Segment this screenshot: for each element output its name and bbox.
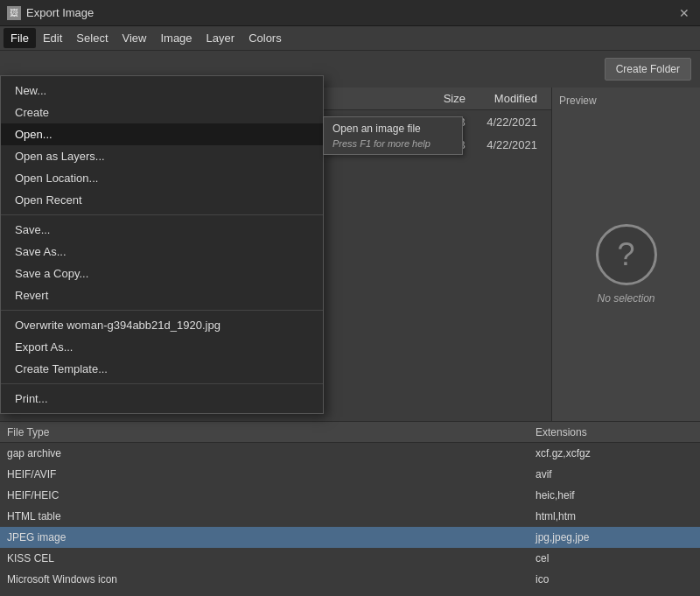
menu-section-4: Print... (1, 384, 323, 413)
no-selection-label: No selection (597, 292, 654, 305)
filetype-row[interactable]: HEIF/HEIC heic,heif (0, 485, 700, 506)
menu-save[interactable]: Save... (1, 219, 323, 241)
filetype-table: File Type Extensions gap archive xcf.gz,… (0, 421, 700, 596)
preview-area: ? No selection (559, 114, 693, 414)
menu-overwrite[interactable]: Overwrite woman-g394abb21d_1920.jpg (1, 314, 323, 336)
menu-item-select[interactable]: Select (69, 28, 115, 48)
ft-ext-cell: html,htm (536, 510, 693, 522)
ft-ext-cell: jpg,jpeg,jpe (536, 531, 693, 543)
col-size-header: Size (404, 92, 466, 105)
menu-item-view[interactable]: View (116, 28, 154, 48)
preview-panel: Preview ? No selection (551, 88, 700, 421)
close-button[interactable]: ✕ (676, 4, 693, 22)
title-bar-left: 🖼 Export Image (7, 6, 94, 20)
ft-ext-cell: xcf.gz,xcfgz (536, 447, 693, 459)
menu-open-label: Open... (15, 128, 52, 141)
filetype-row[interactable]: HEIF/AVIF avif (0, 464, 700, 485)
filetype-header: File Type Extensions (0, 422, 700, 443)
create-folder-button[interactable]: Create Folder (605, 58, 691, 81)
menu-item-colors[interactable]: Colors (242, 28, 289, 48)
ft-ext-cell: cel (536, 552, 693, 564)
menu-open-recent[interactable]: Open Recent (1, 189, 323, 211)
ft-col-type-header: File Type (7, 426, 536, 438)
file-modified-cell: 4/22/2021 (466, 138, 544, 151)
ft-col-ext-header: Extensions (536, 426, 693, 438)
filetype-row[interactable]: JPEG image jpg,jpeg,jpe (0, 527, 700, 548)
menu-export-as[interactable]: Export As... (1, 336, 323, 358)
main-content: Create Folder ↑ Size Modified 2.2 MB 4/2… (0, 51, 700, 596)
menu-open[interactable]: Open... Open an image file Press F1 for … (1, 123, 323, 145)
ft-type-cell: Microsoft Windows icon (7, 573, 536, 585)
title-bar: 🖼 Export Image ✕ (0, 0, 700, 26)
ft-type-cell: JPEG image (7, 531, 536, 543)
ft-type-cell: gap archive (7, 447, 536, 459)
window-title: Export Image (26, 6, 94, 19)
ft-type-cell: HEIF/HEIC (7, 489, 536, 501)
menu-open-location[interactable]: Open Location... (1, 167, 323, 189)
ft-ext-cell: heic,heif (536, 489, 693, 501)
filetype-row[interactable]: Microsoft Windows icon ico (0, 569, 700, 590)
menu-new[interactable]: New... (1, 80, 323, 102)
menu-save-as[interactable]: Save As... (1, 241, 323, 263)
menu-save-copy[interactable]: Save a Copy... (1, 263, 323, 284)
file-menu-dropdown[interactable]: New... Create Open... Open an image file… (0, 75, 324, 414)
preview-no-selection-icon: ? (596, 224, 657, 285)
ft-ext-cell: ico (536, 573, 693, 585)
menu-section-2: Save... Save As... Save a Copy... Revert (1, 215, 323, 311)
menu-revert[interactable]: Revert (1, 284, 323, 306)
app-icon: 🖼 (7, 6, 21, 20)
menu-item-edit[interactable]: Edit (36, 28, 69, 48)
ft-type-cell: HEIF/AVIF (7, 468, 536, 480)
menu-create[interactable]: Create (1, 102, 323, 123)
ft-ext-cell: avif (536, 468, 693, 480)
filetype-row[interactable]: HTML table html,htm (0, 506, 700, 527)
ft-type-cell: KISS CEL (7, 552, 536, 564)
menu-bar: File Edit Select View Image Layer Colors (0, 26, 700, 51)
menu-item-image[interactable]: Image (153, 28, 199, 48)
file-size-cell: 1.6 MB (404, 138, 466, 151)
filetype-row[interactable]: KISS CEL cel (0, 548, 700, 569)
menu-section-1: New... Create Open... Open an image file… (1, 76, 323, 215)
file-modified-cell: 4/22/2021 (466, 116, 544, 129)
col-modified-header: Modified (466, 92, 544, 105)
preview-label: Preview (559, 95, 693, 107)
menu-section-3: Overwrite woman-g394abb21d_1920.jpg Expo… (1, 311, 323, 384)
menu-print[interactable]: Print... (1, 388, 323, 410)
question-mark-icon: ? (617, 236, 634, 273)
filetype-row[interactable]: gap archive xcf.gz,xcfgz (0, 443, 700, 464)
menu-item-file[interactable]: File (4, 28, 36, 48)
file-size-cell: 2.2 MB (404, 116, 466, 129)
menu-open-as-layers[interactable]: Open as Layers... (1, 145, 323, 167)
menu-create-template[interactable]: Create Template... (1, 358, 323, 380)
filetype-rows: gap archive xcf.gz,xcfgz HEIF/AVIF avif … (0, 443, 700, 590)
ft-type-cell: HTML table (7, 510, 536, 522)
menu-item-layer[interactable]: Layer (200, 28, 242, 48)
